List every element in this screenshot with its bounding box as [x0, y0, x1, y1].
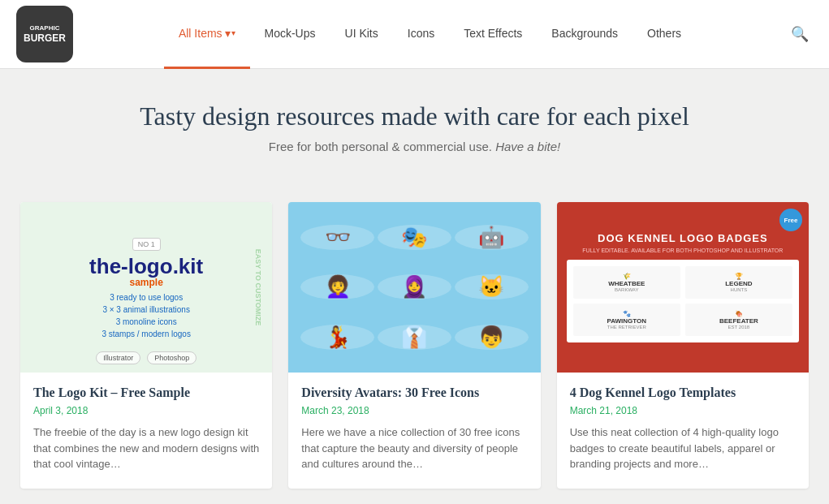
- card-avatars: 👓 🎭 🤖 👩‍🦱 🧕 🐱 💃 👔 👦 Diversity Avatars: 3…: [288, 202, 540, 489]
- card-dogkennel-image: DOG KENNEL LOGO BADGES FULLY EDITABLE. A…: [557, 202, 809, 373]
- search-button[interactable]: 🔍: [787, 21, 813, 47]
- pill-photoshop: Photoshop: [147, 351, 196, 364]
- nav-all-items[interactable]: All Items ▾: [164, 0, 250, 69]
- avatar-7: 💃: [300, 325, 374, 350]
- card-logo-kit-title[interactable]: The Logo Kit – Free Sample: [33, 386, 259, 400]
- card-avatars-title[interactable]: Diversity Avatars: 30 Free Icons: [301, 386, 527, 400]
- hero-section: Tasty design resources made with care fo…: [0, 69, 829, 182]
- avatar-4: 👩‍🦱: [300, 274, 374, 299]
- logo-kit-badge: NO 1: [132, 238, 161, 251]
- card-dogkennel-date: March 21, 2018: [570, 405, 796, 416]
- avatar-5: 🧕: [378, 274, 451, 299]
- avatar-8: 👔: [378, 325, 451, 350]
- logo-kit-title: the-logo.kit: [89, 256, 203, 277]
- avatar-2: 🎭: [378, 225, 451, 250]
- nav-icons[interactable]: Icons: [393, 0, 449, 69]
- card-logo-kit: NO 1 the-logo.kit sample 3 ready to use …: [20, 202, 272, 489]
- cards-grid: NO 1 the-logo.kit sample 3 ready to use …: [0, 182, 829, 504]
- logo-kit-pills: Illustrator Photoshop: [20, 351, 272, 364]
- card-logo-kit-desc: The freebie of the day is a new logo des…: [33, 424, 259, 472]
- card-avatars-image: 👓 🎭 🤖 👩‍🦱 🧕 🐱 💃 👔 👦: [288, 202, 540, 373]
- avatar-9: 👦: [455, 325, 529, 350]
- logo-kit-items: 3 ready to use logos 3 × 3 animal illust…: [89, 291, 203, 340]
- header: GRAPHIC BURGER All Items ▾ Mock-Ups UI K…: [0, 0, 829, 69]
- dk-main-title: DOG KENNEL LOGO BADGES: [598, 232, 768, 244]
- logo-text-graphic: GRAPHIC: [24, 24, 66, 32]
- hero-heading: Tasty design resources made with care fo…: [16, 101, 813, 131]
- dk-logos-grid: 🌾 WHEATBEE BARKWAY 🏆 LEGEND HUNTS 🐾 PAWI…: [567, 260, 799, 342]
- card-dogkennel-title[interactable]: 4 Dog Kennel Logo Templates: [570, 386, 796, 400]
- nav-texteffects[interactable]: Text Effects: [449, 0, 537, 69]
- search-icon: 🔍: [791, 26, 809, 42]
- pill-illustrator: Illustrator: [96, 351, 140, 364]
- avatar-6: 🐱: [455, 274, 529, 299]
- dk-logo-beefeater: 🍖 BEEFEATER EST 2018: [685, 304, 792, 336]
- hero-subtext: Free for both personal & commercial use.…: [16, 140, 813, 153]
- logo[interactable]: GRAPHIC BURGER: [16, 6, 73, 62]
- dk-logo-legendhunts: 🏆 LEGEND HUNTS: [685, 266, 792, 299]
- card-logo-kit-date: April 3, 2018: [33, 405, 259, 416]
- card-avatars-body: Diversity Avatars: 30 Free Icons March 2…: [288, 373, 540, 489]
- card-dogkennel-body: 4 Dog Kennel Logo Templates March 21, 20…: [557, 373, 809, 489]
- card-logo-kit-image: NO 1 the-logo.kit sample 3 ready to use …: [20, 202, 272, 373]
- dk-subtitle: FULLY EDITABLE. AVAILABLE FOR BOTH PHOTO…: [582, 248, 783, 253]
- nav-mockups[interactable]: Mock-Ups: [250, 0, 330, 69]
- card-logo-kit-body: The Logo Kit – Free Sample April 3, 2018…: [20, 373, 272, 489]
- nav-others[interactable]: Others: [633, 0, 696, 69]
- main-nav: All Items ▾ Mock-Ups UI Kits Icons Text …: [73, 0, 787, 69]
- card-dogkennel: DOG KENNEL LOGO BADGES FULLY EDITABLE. A…: [557, 202, 809, 489]
- avatar-3: 🤖: [455, 225, 529, 250]
- dk-logo-pawington: 🐾 PAWINGTON THE RETRIEVER: [573, 304, 680, 336]
- logo-text-burger: BURGER: [24, 32, 66, 44]
- dk-logo-wheatbee: 🌾 WHEATBEE BARKWAY: [573, 266, 680, 299]
- nav-backgrounds[interactable]: Backgrounds: [537, 0, 633, 69]
- card-dogkennel-desc: Use this neat collection of 4 high-quali…: [570, 424, 796, 472]
- card-avatars-date: March 23, 2018: [301, 405, 527, 416]
- avatar-1: 👓: [300, 225, 374, 250]
- card-avatars-desc: Here we have a nice collection of 30 fre…: [301, 424, 527, 472]
- dk-free-badge: Free: [779, 209, 802, 231]
- nav-uikits[interactable]: UI Kits: [330, 0, 393, 69]
- logo-kit-subtitle: sample: [89, 277, 203, 288]
- logo-kit-tags: EASY TO CUSTOMIZE: [254, 249, 262, 326]
